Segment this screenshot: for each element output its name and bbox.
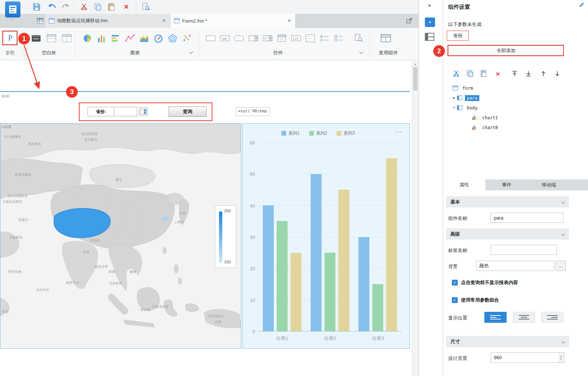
bar-系列1-分类2[interactable]	[311, 174, 322, 331]
redo-button[interactable]	[60, 1, 72, 12]
logo-dropdown-icon[interactable]: ▼	[11, 18, 14, 21]
map-place-label: 吉尔吉斯斯坦	[8, 194, 27, 198]
bar-系列1-分类3[interactable]	[358, 237, 369, 332]
tree-item-chart0[interactable]: chart0	[443, 123, 588, 132]
checkbox-row[interactable]: ✓使用常用参数组合	[452, 297, 499, 303]
param-chip-province[interactable]: 省份	[447, 31, 469, 41]
legend-item[interactable]: 系列3	[337, 130, 355, 136]
tree-expander-icon[interactable]: ▶	[451, 96, 457, 100]
cut-button[interactable]	[78, 1, 90, 12]
copy-button[interactable]	[92, 1, 104, 12]
scrollbar-thumb[interactable]	[413, 67, 418, 90]
sidebar-tab-属性[interactable]: 属性	[443, 179, 485, 190]
tab-close-icon[interactable]: ×	[287, 18, 292, 24]
spin-down-icon[interactable]: ▼	[560, 358, 562, 360]
save-button[interactable]	[31, 1, 42, 12]
move-down-button[interactable]	[553, 69, 562, 78]
section-advanced[interactable]: 高级	[446, 228, 569, 240]
section-basic[interactable]: 基本	[446, 196, 569, 208]
move-to-bottom-button[interactable]	[524, 69, 533, 78]
checkbox-row[interactable]: ✓点击查询前不显示报表内容	[452, 279, 518, 286]
scroll-up-icon[interactable]: ▲	[412, 61, 419, 66]
bar-系列3-分类3[interactable]	[386, 158, 397, 331]
component-name-input[interactable]	[491, 213, 564, 223]
tab-close-icon[interactable]: ×	[162, 18, 166, 24]
background-select[interactable]: 颜色	[476, 261, 554, 271]
number-widget-button[interactable]: 123	[290, 32, 302, 44]
reusable-component-button[interactable]	[380, 32, 392, 44]
move-to-top-button[interactable]	[510, 69, 519, 78]
paste-button[interactable]	[106, 1, 118, 12]
tag-name-input[interactable]	[491, 245, 557, 255]
collapse-panel-icon[interactable]: ▶	[428, 3, 431, 8]
chart-menu-icon[interactable]: ···	[395, 129, 403, 135]
legend-item[interactable]: 系列1	[281, 130, 300, 136]
undo-button[interactable]	[46, 1, 58, 12]
sidebar-tab-移动端[interactable]: 移动端	[528, 179, 570, 190]
datepicker-widget-button[interactable]	[276, 32, 288, 44]
tree-item-body[interactable]: ▼body	[443, 103, 588, 113]
tree-paste-button[interactable]	[480, 69, 488, 78]
widget-group-chevron-icon[interactable]	[359, 50, 363, 54]
spin-up-icon[interactable]: ▲	[560, 355, 562, 357]
design-width-stepper[interactable]: ▲▼	[558, 352, 564, 363]
sidebar-tab-事件[interactable]: 事件	[485, 179, 528, 190]
split-column-button[interactable]	[61, 32, 73, 44]
bar-系列2-分类2[interactable]	[324, 253, 335, 331]
bar-系列2-分类1[interactable]	[277, 221, 288, 331]
query-widget-button[interactable]	[353, 32, 365, 44]
radar-chart-button[interactable]	[166, 32, 179, 44]
bar-系列3-分类1[interactable]	[291, 253, 301, 331]
textarea-widget-button[interactable]	[304, 32, 316, 44]
edit-pencil-icon[interactable]	[579, 1, 585, 8]
bar-系列3-分类2[interactable]	[338, 190, 349, 331]
combobox-widget-button[interactable]	[247, 32, 260, 44]
checkbox-group-widget-button[interactable]	[333, 32, 345, 44]
component-panel-toggle[interactable]: ▼	[425, 18, 435, 27]
scatter-chart-button[interactable]	[181, 32, 193, 44]
tree-expander-icon[interactable]: ▼	[451, 106, 457, 109]
column-chart-button[interactable]	[95, 32, 108, 44]
move-up-button[interactable]	[539, 69, 548, 78]
design-width-input[interactable]	[491, 352, 558, 363]
split-column-icon	[62, 34, 72, 43]
gauge-chart-button[interactable]	[152, 32, 165, 44]
delete-button[interactable]: ×	[120, 1, 132, 12]
template-list-icon[interactable]	[36, 17, 44, 24]
map-chart-block[interactable]: 叶卡捷琳堡鄂木斯克克拉斯诺亚亚尔斯克哈萨克斯坦蒙古吉尔吉斯斯坦乌兹别克斯坦阿富汗…	[0, 123, 241, 349]
editor-tab[interactable]: Form2.frm *×	[170, 14, 296, 28]
align-right-button[interactable]	[541, 312, 564, 323]
checkbox-checked-icon[interactable]: ✓	[452, 297, 458, 303]
tree-item-chart1[interactable]: chart1	[443, 113, 588, 123]
tree-item-para[interactable]: ▶para	[443, 93, 588, 103]
bar-系列1-分类1[interactable]	[263, 205, 274, 331]
tree-cut-button[interactable]	[452, 69, 461, 78]
combocheck-widget-button[interactable]	[261, 32, 274, 44]
canvas-scrollbar[interactable]: ▲	[412, 61, 419, 376]
rect-widget-button[interactable]	[204, 32, 217, 44]
bar-系列2-分类3[interactable]	[372, 284, 383, 331]
tree-delete-button[interactable]: ×	[493, 69, 502, 78]
formula-cell[interactable]: =sql('HD)emp	[235, 107, 269, 116]
line-chart-button[interactable]	[124, 32, 136, 44]
align-center-button[interactable]	[513, 312, 535, 323]
area-chart-button[interactable]	[138, 32, 150, 44]
legend-item[interactable]: 系列2	[309, 130, 327, 136]
checkbox-checked-icon[interactable]: ✓	[452, 280, 458, 286]
section-size[interactable]: 尺寸	[446, 336, 569, 347]
button-widget-button[interactable]	[233, 32, 245, 44]
layout-panel-icon[interactable]	[425, 33, 434, 41]
align-left-button[interactable]	[484, 312, 507, 323]
label-widget-button[interactable]: lab	[219, 32, 231, 44]
editor-tab[interactable]: 地图数据点轮播联动.frm×	[45, 14, 170, 28]
tree-item-form[interactable]: form	[443, 83, 588, 93]
background-more-button[interactable]: ...	[556, 261, 566, 271]
bar-chart-button[interactable]	[109, 32, 122, 44]
float-window-icon[interactable]	[406, 18, 413, 24]
app-logo[interactable]	[5, 1, 20, 18]
pie-chart-button[interactable]	[81, 32, 93, 44]
bar-chart-block[interactable]: 系列1系列2系列3 ··· 0102030405060 分类1分类2分类3	[242, 123, 410, 349]
tree-copy-button[interactable]	[466, 69, 474, 78]
search-button[interactable]	[140, 1, 152, 12]
radio-group-widget-button[interactable]	[318, 32, 331, 44]
